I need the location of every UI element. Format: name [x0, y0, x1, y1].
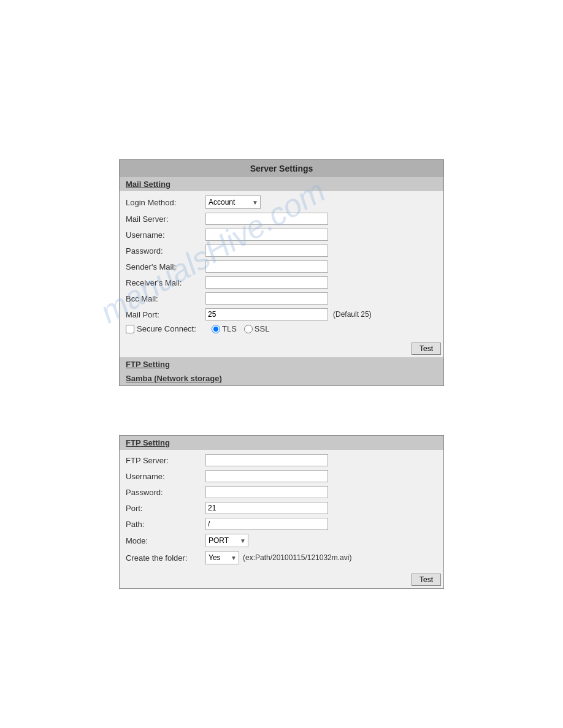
mail-port-control: (Default 25) — [205, 308, 437, 320]
senders-mail-input[interactable] — [205, 260, 328, 273]
mail-username-control — [205, 229, 437, 241]
page-content: Server Settings Mail Setting Login Metho… — [0, 0, 563, 638]
ftp-panel-header[interactable]: FTP Setting — [120, 436, 443, 450]
ftp-username-input[interactable] — [205, 470, 328, 482]
ftp-username-label: Username: — [126, 472, 205, 481]
ftp-test-button[interactable]: Test — [412, 574, 441, 586]
ftp-path-control — [205, 518, 437, 530]
login-method-label: Login Method: — [126, 198, 205, 207]
ftp-mode-control: PORT PASV ▼ — [205, 534, 437, 547]
ftp-test-row: Test — [120, 571, 443, 588]
ftp-password-control — [205, 486, 437, 498]
create-folder-select[interactable]: Yes No — [205, 551, 239, 564]
ftp-server-row: FTP Server: — [126, 452, 437, 468]
login-method-row: Login Method: Account Anonymous ▼ — [126, 194, 437, 211]
ftp-path-input[interactable] — [205, 518, 328, 530]
receivers-mail-control — [205, 276, 437, 289]
receivers-mail-label: Receiver's Mail: — [126, 278, 205, 287]
ftp-mode-row: Mode: PORT PASV ▼ — [126, 532, 437, 549]
mail-test-button[interactable]: Test — [412, 343, 441, 355]
ftp-panel: FTP Setting FTP Server: Username: Passwo… — [119, 435, 444, 589]
bcc-mail-row: Bcc Mail: — [126, 290, 437, 306]
bcc-mail-input[interactable] — [205, 292, 328, 305]
ftp-path-label: Path: — [126, 520, 205, 529]
login-method-select-wrapper: Account Anonymous ▼ — [205, 195, 261, 209]
ftp-port-control — [205, 502, 437, 514]
bcc-mail-label: Bcc Mail: — [126, 294, 205, 303]
ftp-mode-select[interactable]: PORT PASV — [205, 534, 248, 547]
bcc-mail-control — [205, 292, 437, 305]
receivers-mail-input[interactable] — [205, 276, 328, 289]
ftp-username-row: Username: — [126, 468, 437, 484]
ftp-password-input[interactable] — [205, 486, 328, 498]
panel-title: Server Settings — [120, 160, 443, 177]
senders-mail-row: Sender's Mail: — [126, 259, 437, 275]
ssl-radio[interactable] — [244, 325, 253, 333]
create-folder-row: Create the folder: Yes No ▼ (ex:Path/201… — [126, 549, 437, 566]
mail-setting-header[interactable]: Mail Setting — [120, 177, 443, 191]
mail-port-input[interactable] — [205, 308, 328, 320]
ftp-port-input[interactable] — [205, 502, 328, 514]
mail-username-row: Username: — [126, 227, 437, 243]
ftp-server-control — [205, 454, 437, 466]
login-method-control: Account Anonymous ▼ — [205, 195, 437, 209]
mail-port-row: Mail Port: (Default 25) — [126, 306, 437, 322]
secure-connect-label[interactable]: Secure Connect: — [126, 324, 196, 333]
create-folder-select-wrapper: Yes No ▼ — [205, 551, 239, 564]
tls-radio-label[interactable]: TLS — [212, 324, 237, 333]
secure-connect-text: Secure Connect: — [137, 324, 196, 333]
ssl-radio-label[interactable]: SSL — [244, 324, 270, 333]
mail-form: Login Method: Account Anonymous ▼ Mail S… — [120, 191, 443, 340]
tls-radio[interactable] — [212, 325, 220, 333]
secure-connect-checkbox[interactable] — [126, 325, 134, 333]
create-folder-example: (ex:Path/20100115/121032m.avi) — [243, 553, 351, 562]
ftp-username-control — [205, 470, 437, 482]
mail-port-default: (Default 25) — [333, 310, 372, 319]
ssl-label: SSL — [255, 324, 270, 333]
mail-server-input[interactable] — [205, 213, 328, 225]
mail-port-label: Mail Port: — [126, 310, 205, 319]
ftp-password-label: Password: — [126, 488, 205, 497]
mail-username-input[interactable] — [205, 229, 328, 241]
ftp-port-label: Port: — [126, 504, 205, 513]
mail-password-row: Password: — [126, 243, 437, 259]
tls-label: TLS — [222, 324, 237, 333]
ftp-password-row: Password: — [126, 484, 437, 500]
receivers-mail-row: Receiver's Mail: — [126, 275, 437, 290]
mail-server-row: Mail Server: — [126, 211, 437, 227]
server-settings-panel: Server Settings Mail Setting Login Metho… — [119, 159, 444, 386]
mail-test-row: Test — [120, 340, 443, 357]
mail-password-control — [205, 245, 437, 257]
ftp-mode-select-wrapper: PORT PASV ▼ — [205, 534, 248, 547]
mail-server-label: Mail Server: — [126, 214, 205, 224]
login-method-select[interactable]: Account Anonymous — [205, 195, 261, 209]
mail-password-input[interactable] — [205, 245, 328, 257]
secure-connect-checkbox-area: Secure Connect: — [126, 324, 205, 333]
mail-server-control — [205, 213, 437, 225]
mail-username-label: Username: — [126, 230, 205, 240]
senders-mail-control — [205, 260, 437, 273]
ftp-port-row: Port: — [126, 500, 437, 516]
ftp-server-input[interactable] — [205, 454, 328, 466]
ftp-form: FTP Server: Username: Password: — [120, 450, 443, 571]
create-folder-control: Yes No ▼ (ex:Path/20100115/121032m.avi) — [205, 551, 437, 564]
ftp-mode-label: Mode: — [126, 536, 205, 545]
create-folder-label: Create the folder: — [126, 553, 205, 563]
mail-password-label: Password: — [126, 246, 205, 256]
secure-connect-row: Secure Connect: TLS SSL — [126, 322, 437, 335]
ftp-server-label: FTP Server: — [126, 456, 205, 465]
secure-connect-options: TLS SSL — [212, 324, 269, 333]
samba-setting-header[interactable]: Samba (Network storage) — [120, 371, 443, 385]
ftp-path-row: Path: — [126, 516, 437, 532]
senders-mail-label: Sender's Mail: — [126, 262, 205, 271]
ftp-setting-header[interactable]: FTP Setting — [120, 357, 443, 371]
